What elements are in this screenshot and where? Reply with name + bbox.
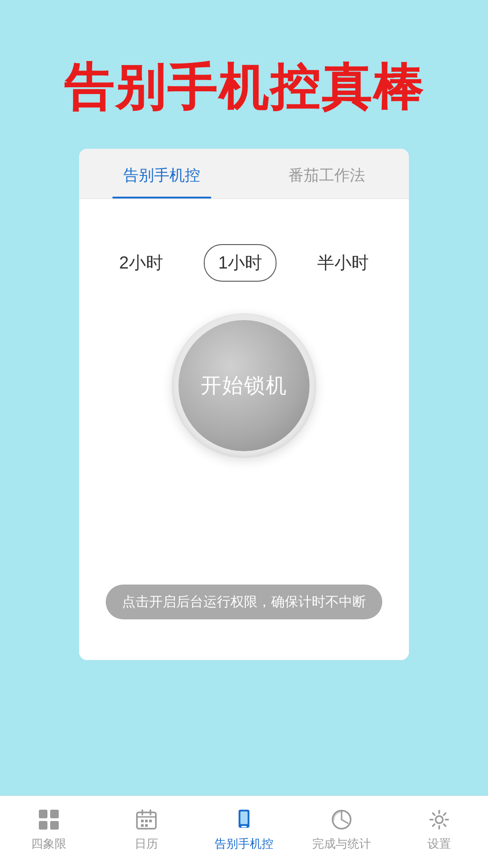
bottom-nav: 四象限 日历 告别手机控	[0, 796, 488, 868]
nav-label-settings: 设置	[427, 836, 451, 852]
svg-rect-9	[145, 820, 148, 822]
nav-item-calendar[interactable]: 日历	[115, 807, 178, 852]
svg-rect-0	[39, 810, 47, 818]
time-options-group: 2小时 1小时 半小时	[106, 244, 382, 282]
lock-button-inner: 开始锁机	[178, 320, 310, 451]
bottom-hint[interactable]: 点击开启后台运行权限，确保计时不中断	[106, 585, 382, 619]
svg-point-17	[436, 816, 443, 823]
calendar-icon	[134, 807, 159, 832]
quadrant-icon	[36, 807, 61, 832]
svg-rect-11	[141, 824, 144, 827]
svg-rect-3	[50, 821, 59, 830]
nav-item-stats[interactable]: 完成与统计	[310, 807, 373, 852]
svg-rect-10	[149, 820, 152, 822]
nav-label-phone-control: 告别手机控	[215, 836, 273, 852]
phone-control-icon	[231, 807, 257, 832]
nav-item-phone-control[interactable]: 告别手机控	[212, 807, 276, 852]
tab-content: 2小时 1小时 半小时 开始锁机 点击开启后台运行权限，确保计时不中断	[79, 199, 409, 660]
app-card: 告别手机控 番茄工作法 2小时 1小时 半小时 开始锁机	[79, 149, 409, 660]
tab-pomodoro[interactable]: 番茄工作法	[244, 149, 409, 198]
lock-button[interactable]: 开始锁机	[172, 313, 316, 458]
tab-phone-control[interactable]: 告别手机控	[79, 149, 244, 198]
svg-rect-2	[39, 821, 47, 830]
nav-item-settings[interactable]: 设置	[408, 807, 471, 852]
lock-button-label: 开始锁机	[201, 372, 287, 400]
bottom-hint-text: 点击开启后台运行权限，确保计时不中断	[122, 594, 366, 609]
svg-rect-14	[240, 811, 248, 824]
nav-label-stats: 完成与统计	[312, 836, 371, 852]
svg-rect-12	[145, 824, 148, 827]
tab-bar: 告别手机控 番茄工作法	[79, 149, 409, 199]
svg-rect-15	[241, 826, 247, 827]
time-option-half-h[interactable]: 半小时	[304, 245, 382, 281]
svg-rect-8	[141, 820, 144, 822]
nav-item-quadrant[interactable]: 四象限	[17, 807, 80, 852]
settings-icon	[427, 807, 452, 832]
nav-label-calendar: 日历	[135, 836, 158, 852]
hero-title: 告别手机控真棒	[0, 54, 488, 122]
nav-label-quadrant: 四象限	[31, 836, 66, 852]
svg-rect-1	[50, 810, 59, 818]
time-option-1h[interactable]: 1小时	[204, 244, 277, 282]
stats-icon	[329, 807, 354, 832]
time-option-2h[interactable]: 2小时	[106, 245, 177, 281]
